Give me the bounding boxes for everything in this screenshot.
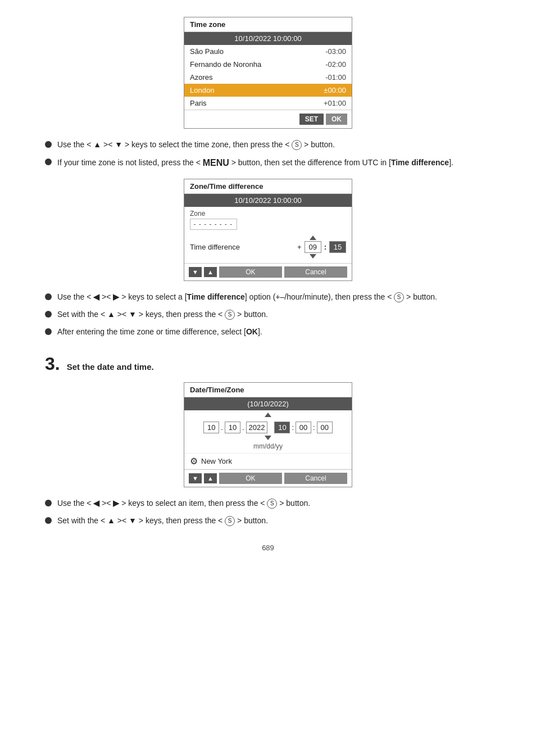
dtz-format: mm/dd/yy (184, 441, 352, 453)
bullet-dot (45, 159, 52, 165)
dtz-title: Date/Time/Zone (184, 383, 352, 397)
dtz-down-arrow (265, 436, 271, 440)
ok-button[interactable]: OK (326, 114, 347, 125)
set-icon-3: S (225, 310, 235, 320)
set-button[interactable]: SET (299, 114, 324, 125)
minutes-control: 15 (329, 236, 346, 259)
zone-ok-button[interactable]: OK (219, 266, 282, 278)
timediff-label: Time difference (190, 243, 294, 251)
set-icon-2: S (394, 292, 404, 302)
plus-sign: + (297, 243, 302, 251)
bullet-zone-3: After entering the time zone or time dif… (45, 326, 491, 338)
dtz-year[interactable]: 2022 (246, 422, 268, 433)
dtz-day[interactable]: 10 (203, 422, 219, 433)
timezone-datetime-bar: 10/10/2022 10:00:00 (184, 32, 352, 45)
zone-diff-title: Zone/Time difference (184, 179, 352, 194)
dtz-arrow-up (184, 410, 352, 418)
step-label: Set the date and time. (67, 362, 154, 372)
dtz-zone-name: New York (201, 457, 232, 465)
timezone-title: Time zone (184, 17, 352, 32)
bullet-tz-1-text: Use the < ▲ >< ▼ > keys to select the ti… (57, 139, 491, 151)
dtz-minute[interactable]: 00 (296, 422, 311, 433)
timezone-bullets: Use the < ▲ >< ▼ > keys to select the ti… (45, 139, 491, 170)
step3-header: 3. Set the date and time. (45, 354, 491, 374)
zone-diff-screen: Zone/Time difference 10/10/2022 10:00:00… (184, 179, 352, 281)
bullet-dtz-1: Use the < ◀ >< ▶ > keys to select an ite… (45, 497, 491, 509)
dtz-nav-down-button[interactable]: ▼ (189, 473, 202, 483)
tz-row-fernando[interactable]: Fernando de Noronha -02:00 (184, 58, 352, 71)
dtz-fields: 10 . 10 . 2022 10 : 00 : 00 (184, 418, 352, 434)
bullet-tz-2: If your time zone is not listed, press t… (45, 156, 491, 170)
page-number: 689 (45, 544, 491, 552)
zone-diff-datetime: 10/10/2022 10:00:00 (184, 194, 352, 207)
timezone-buttons: SET OK (184, 110, 352, 128)
bullet-dot (45, 517, 52, 524)
bullet-dot (45, 328, 52, 335)
dtz-ok-button[interactable]: OK (219, 473, 282, 484)
bullet-tz-1: Use the < ▲ >< ▼ > keys to select the ti… (45, 139, 491, 151)
set-icon-4: S (267, 499, 277, 509)
minutes-field[interactable]: 15 (329, 241, 346, 253)
dtz-datebar: (10/10/2022) (184, 397, 352, 410)
zone-gear-icon: ⚙ (190, 456, 198, 467)
dtz-cancel-button[interactable]: Cancel (284, 473, 347, 484)
nav-down-button[interactable]: ▼ (189, 267, 202, 277)
hours-control: 09 (305, 236, 321, 259)
bullet-tz-2-text: If your time zone is not listed, press t… (57, 156, 491, 170)
tz-row-paris[interactable]: Paris +01:00 (184, 97, 352, 110)
dtz-nav-up-button[interactable]: ▲ (204, 473, 217, 483)
bullet-dot (45, 293, 52, 300)
dtz-bullets: Use the < ◀ >< ▶ > keys to select an ite… (45, 497, 491, 527)
tz-row-azores[interactable]: Azores -01:00 (184, 71, 352, 84)
tz-row-saopaulo[interactable]: São Paulo -03:00 (184, 45, 352, 58)
hours-up-arrow (310, 236, 316, 240)
dtz-nav-buttons: ▼ ▲ OK Cancel (184, 469, 352, 487)
colon-sep: : (324, 243, 326, 251)
dtz-zone-row: ⚙ New York (184, 453, 352, 469)
set-icon: S (292, 140, 302, 150)
bullet-dot (45, 311, 52, 318)
step-number: 3. (45, 354, 60, 374)
bullet-zone-2-text: Set with the < ▲ >< ▼ > keys, then press… (57, 309, 491, 320)
bullet-zone-1: Use the < ◀ >< ▶ > keys to select a [Tim… (45, 291, 491, 303)
bullet-dtz-2: Set with the < ▲ >< ▼ > keys, then press… (45, 515, 491, 527)
bullet-dtz-1-text: Use the < ◀ >< ▶ > keys to select an ite… (57, 497, 491, 509)
zone-cancel-button[interactable]: Cancel (284, 266, 347, 278)
tz-row-london[interactable]: London ±00:00 (184, 84, 352, 97)
zone-dashes: -------- (190, 219, 237, 230)
zone-diff-nav-buttons: ▼ ▲ OK Cancel (184, 263, 352, 280)
bullet-zone-3-text: After entering the time zone or time dif… (57, 326, 491, 338)
timediff-row: Time difference + 09 : 15 (184, 233, 352, 263)
zone-section: Zone -------- (184, 207, 352, 233)
dtz-hour[interactable]: 10 (274, 422, 290, 433)
zone-label: Zone (190, 210, 346, 218)
menu-icon: MENU (203, 158, 229, 168)
timezone-screen: Time zone 10/10/2022 10:00:00 São Paulo … (184, 17, 352, 129)
bullet-dtz-2-text: Set with the < ▲ >< ▼ > keys, then press… (57, 515, 491, 527)
zone-diff-bullets: Use the < ◀ >< ▶ > keys to select a [Tim… (45, 291, 491, 338)
bullet-dot (45, 141, 52, 148)
dtz-up-arrow (265, 413, 271, 417)
hours-down-arrow (310, 254, 316, 259)
dtz-arrow-down (184, 434, 352, 441)
dtz-second[interactable]: 00 (317, 422, 333, 433)
bullet-dot (45, 500, 52, 506)
set-icon-5: S (225, 516, 235, 526)
bullet-zone-1-text: Use the < ◀ >< ▶ > keys to select a [Tim… (57, 291, 491, 303)
nav-up-button[interactable]: ▲ (204, 267, 217, 277)
dtz-screen: Date/Time/Zone (10/10/2022) 10 . 10 . 20… (184, 382, 352, 487)
hours-field[interactable]: 09 (305, 241, 321, 253)
dtz-month[interactable]: 10 (225, 422, 240, 433)
bullet-zone-2: Set with the < ▲ >< ▼ > keys, then press… (45, 309, 491, 320)
